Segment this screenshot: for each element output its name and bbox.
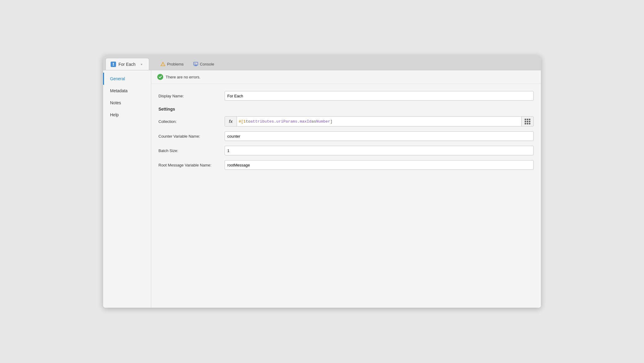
main-window: For Each × ! Problems [103, 55, 541, 308]
expr-maxid: maxId [300, 119, 311, 124]
grid-icon [525, 119, 530, 124]
problems-label: Problems [167, 62, 184, 66]
sidebar-item-metadata[interactable]: Metadata [103, 85, 151, 97]
tab-label: For Each [118, 62, 136, 67]
expr-hash: #[ [239, 119, 244, 124]
expr-number-type: Number [316, 119, 330, 124]
expr-uriparams: uriParams [276, 119, 297, 124]
collection-label: Collection: [158, 119, 225, 124]
sidebar-item-help[interactable]: Help [103, 109, 151, 121]
expr-dot1: . [274, 119, 276, 124]
expr-dot2: . [297, 119, 300, 124]
sidebar-item-notes-label: Notes [110, 100, 121, 105]
batch-size-input[interactable] [225, 146, 534, 155]
expr-close: ] [330, 119, 333, 124]
counter-variable-row: Counter Variable Name: [158, 129, 534, 143]
status-success-icon [157, 74, 163, 80]
root-message-input[interactable] [225, 160, 534, 170]
root-message-row: Root Message Variable Name: [158, 158, 534, 172]
counter-variable-input[interactable] [225, 131, 534, 141]
sidebar: General Metadata Notes Help [103, 70, 151, 308]
sidebar-item-general-label: General [110, 76, 125, 81]
expr-number: 1 [244, 119, 246, 124]
problems-icon: ! [161, 62, 165, 66]
counter-variable-label: Counter Variable Name: [158, 134, 225, 139]
collection-expression-display: #[ 1 to attributes.uriParams.maxId as Nu… [237, 119, 521, 124]
tab-close-button[interactable]: × [139, 62, 144, 67]
collection-input-wrapper: fx #[ 1 to attributes.uriParams.maxId as… [225, 116, 534, 127]
form-area: Display Name: Settings Collection: fx #[… [151, 84, 541, 177]
sidebar-item-metadata-label: Metadata [110, 88, 127, 93]
console-label: Console [200, 62, 214, 66]
tab-flow-icon [111, 62, 116, 67]
console-tab[interactable]: Console [189, 59, 219, 69]
sidebar-item-help-label: Help [110, 112, 119, 117]
fx-button[interactable]: fx [225, 117, 237, 126]
expr-as: as [311, 119, 316, 124]
grid-picker-button[interactable] [521, 117, 533, 126]
sidebar-item-general[interactable]: General [103, 73, 151, 85]
batch-size-label: Batch Size: [158, 148, 225, 153]
console-icon [193, 62, 198, 66]
batch-size-row: Batch Size: [158, 143, 534, 158]
for-each-tab[interactable]: For Each × [106, 58, 149, 70]
expr-attributes: attributes [250, 119, 274, 124]
sidebar-item-notes[interactable]: Notes [103, 97, 151, 109]
root-message-label: Root Message Variable Name: [158, 163, 225, 167]
main-content: General Metadata Notes Help There ar [103, 70, 541, 308]
display-name-row: Display Name: [158, 89, 534, 103]
svg-text:!: ! [162, 63, 163, 66]
settings-section-title: Settings [158, 103, 534, 114]
display-name-label: Display Name: [158, 94, 225, 98]
content-panel: There are no errors. Display Name: Setti… [151, 70, 541, 308]
collection-row: Collection: fx #[ 1 to attributes.uriPar… [158, 114, 534, 129]
display-name-input[interactable] [225, 91, 534, 101]
svg-point-0 [113, 63, 114, 64]
expr-to: to [246, 119, 250, 124]
tab-bar: For Each × ! Problems [103, 55, 541, 70]
problems-tab[interactable]: ! Problems [156, 59, 188, 69]
status-bar: There are no errors. [151, 70, 541, 84]
status-message: There are no errors. [166, 75, 201, 79]
toolbar-tabs: ! Problems Console [156, 58, 219, 70]
